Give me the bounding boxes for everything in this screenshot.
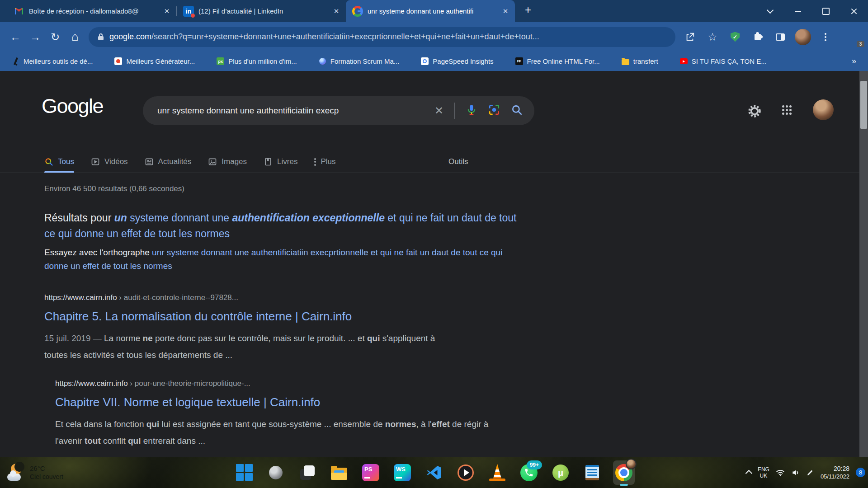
extension-badge: 3 (857, 41, 864, 47)
gear-icon (747, 103, 762, 119)
video-icon (91, 157, 100, 166)
file-explorer-button[interactable] (328, 460, 350, 485)
notepad-icon (585, 465, 599, 480)
bookmark-item[interactable]: transfert (622, 57, 658, 65)
puzzle-icon (755, 34, 761, 40)
browser-profile-button[interactable] (793, 27, 813, 47)
result-title-link[interactable]: Chapitre 5. La normalisation du contrôle… (44, 310, 449, 324)
chrome-profile-avatar (626, 459, 637, 469)
task-view-button[interactable] (297, 460, 318, 485)
vlc-button[interactable] (486, 460, 508, 485)
settings-button[interactable] (747, 103, 762, 121)
tab-search-button[interactable] (756, 0, 784, 22)
result-snippet: 15 juil. 2019 — La norme ne porte donc p… (44, 330, 449, 363)
tab-videos[interactable]: Vidéos (91, 151, 128, 173)
tab-close-icon[interactable]: ✕ (500, 6, 510, 16)
tab-strip: Boîte de réception - diallomalado8@ ✕ in… (7, 0, 535, 22)
tab-livres[interactable]: Livres (264, 151, 297, 173)
search-orb-icon (269, 466, 283, 479)
bookmark-item[interactable]: FFFree Online HTML For... (515, 57, 600, 65)
phpstorm-button[interactable]: PS (360, 460, 382, 485)
notification-badge[interactable]: 8 (856, 468, 865, 477)
bookmark-item[interactable]: SI TU FAIS ÇA, TON E... (680, 57, 767, 65)
bookmark-item[interactable]: Formation Scrum Ma... (319, 57, 400, 65)
google-logo[interactable]: Google (42, 94, 103, 118)
tab-images[interactable]: Images (208, 151, 247, 173)
pen-icon[interactable] (807, 469, 814, 476)
search-submit-icon[interactable] (511, 104, 523, 117)
search-box[interactable]: ✕ (143, 96, 534, 125)
chrome-button[interactable] (613, 460, 635, 485)
google-apps-button[interactable] (782, 105, 792, 115)
language-switcher[interactable]: ENG UK (758, 466, 769, 479)
bookmark-star-button[interactable]: ☆ (703, 27, 722, 47)
try-spelling-line[interactable]: Essayez avec l'orthographe unr systeme d… (44, 246, 524, 273)
bookmark-item[interactable]: PageSpeed Insights (421, 57, 493, 65)
bookmarks-overflow-button[interactable]: » (852, 56, 856, 66)
tab-title: unr systeme donnant une authentifi (368, 7, 496, 15)
forward-button[interactable]: → (25, 27, 45, 47)
tools-button[interactable]: Outils (448, 151, 468, 173)
new-tab-button[interactable]: + (521, 3, 535, 17)
wifi-icon[interactable] (776, 468, 785, 477)
bookmark-item[interactable]: pxPlus d'un million d'im... (217, 57, 297, 65)
clock[interactable]: 20:28 05/11/2022 (821, 465, 849, 480)
tab-linkedin[interactable]: in (12) Fil d’actualité | LinkedIn ✕ (177, 0, 346, 22)
side-panel-button[interactable] (770, 27, 790, 47)
voice-search-icon[interactable] (466, 104, 477, 117)
bookmark-item[interactable]: Meilleurs outils de dé... (12, 57, 93, 65)
whatsapp-button[interactable]: 99+ (518, 460, 540, 485)
browser-menu-button[interactable] (816, 27, 835, 47)
page-scrollbar[interactable] (859, 71, 868, 457)
breadcrumb[interactable]: https://www.cairn.info › audit-et-contro… (44, 293, 449, 302)
tab-title: (12) Fil d’actualité | LinkedIn (198, 7, 327, 15)
scrollbar-thumb[interactable] (860, 81, 867, 129)
windows-icon (236, 464, 253, 481)
tab-gmail[interactable]: Boîte de réception - diallomalado8@ ✕ (7, 0, 176, 22)
account-avatar[interactable] (813, 99, 834, 120)
chrome-active-app (613, 460, 635, 485)
extensions-button[interactable] (748, 27, 768, 47)
close-button[interactable] (840, 0, 868, 22)
volume-icon[interactable] (791, 468, 800, 477)
search-result: https://www.cairn.info › pour-une-theori… (55, 379, 490, 449)
tab-tous[interactable]: Tous (44, 151, 74, 173)
share-button[interactable] (680, 27, 700, 47)
minimize-button[interactable] (784, 0, 812, 22)
search-orb-button[interactable] (265, 460, 287, 485)
results-for-line[interactable]: Résultats pour un systeme donnant une au… (44, 210, 517, 242)
tab-google-search-active[interactable]: unr systeme donnant une authentifi ✕ (346, 0, 515, 22)
result-title-link[interactable]: Chapitre VII. Norme et logique textuelle… (55, 395, 490, 409)
tab-close-icon[interactable]: ✕ (331, 6, 341, 16)
adblock-extension-button[interactable]: ✓ 3 (725, 27, 745, 47)
lock-icon[interactable] (98, 33, 104, 41)
home-button[interactable]: ⌂ (65, 27, 85, 47)
breadcrumb[interactable]: https://www.cairn.info › pour-une-theori… (55, 379, 490, 388)
chevron-up-icon[interactable] (745, 470, 753, 477)
share-icon (685, 32, 695, 42)
window-controls (756, 0, 868, 22)
avatar (795, 29, 811, 45)
vscode-icon (426, 465, 442, 481)
bookmark-item[interactable]: Meilleurs Générateur... (114, 57, 195, 65)
notepad-button[interactable] (581, 460, 603, 485)
reload-button[interactable]: ↻ (45, 27, 65, 47)
clear-search-icon[interactable]: ✕ (434, 105, 443, 116)
google-icon (352, 6, 363, 17)
webstorm-button[interactable]: WS (392, 460, 413, 485)
lens-camera-icon[interactable] (488, 104, 500, 117)
chevron-down-icon (766, 7, 774, 14)
media-player-button[interactable] (455, 460, 476, 485)
start-button[interactable] (233, 460, 255, 485)
utorrent-button[interactable]: µ (550, 460, 571, 485)
search-input[interactable] (156, 105, 434, 116)
back-button[interactable]: ← (5, 27, 25, 47)
maximize-button[interactable] (812, 0, 840, 22)
url-text[interactable]: google.com/search?q=unr+systeme+donnant+… (109, 32, 539, 42)
vscode-button[interactable] (423, 460, 445, 485)
tab-plus[interactable]: Plus (314, 151, 335, 173)
address-bar[interactable]: google.com/search?q=unr+systeme+donnant+… (89, 27, 675, 47)
toolbar-right: ☆ ✓ 3 (680, 27, 835, 47)
tab-close-icon[interactable]: ✕ (162, 6, 172, 16)
tab-actualites[interactable]: Actualités (145, 151, 192, 173)
